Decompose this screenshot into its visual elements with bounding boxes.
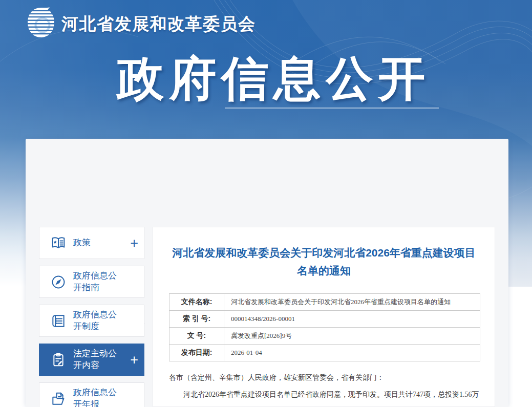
expand-plus-icon: +	[130, 235, 138, 251]
paragraph: 各市（含定州、辛集市）人民政府，雄安新区管委会，省有关部门：	[169, 369, 479, 386]
folder-report-icon	[50, 391, 67, 407]
meta-value: 冀发改重点[2026]9号	[224, 327, 480, 344]
meta-label: 发布日期:	[169, 344, 224, 361]
meta-value: 2026-01-04	[224, 344, 480, 361]
sidebar: 政策 + 政府信息公开指南	[39, 227, 144, 407]
table-row: 文件名称: 河北省发展和改革委员会关于印发河北省2026年省重点建设项目名单的通…	[169, 293, 480, 310]
document-meta-table: 文件名称: 河北省发展和改革委员会关于印发河北省2026年省重点建设项目名单的通…	[169, 293, 480, 361]
sidebar-item-annual-report[interactable]: 政府信息公开年报	[39, 382, 144, 407]
clipboard-pen-icon	[50, 352, 67, 368]
sidebar-item-policy[interactable]: 政策 +	[39, 227, 144, 259]
article-body: 各市（含定州、辛集市）人民政府，雄安新区管委会，省有关部门： 河北省2026年省…	[169, 369, 479, 407]
sidebar-item-legal-disclosure[interactable]: 法定主动公开内容 +	[39, 344, 144, 376]
sidebar-item-label: 政府信息公开指南	[73, 270, 117, 293]
article-title: 河北省发展和改革委员会关于印发河北省2026年省重点建设项目名单的通知	[167, 244, 480, 280]
globe-logo-icon	[26, 6, 56, 42]
title-underline	[225, 108, 439, 109]
article-card: 河北省发展和改革委员会关于印发河北省2026年省重点建设项目名单的通知 文件名称…	[153, 227, 495, 407]
policy-book-icon	[50, 235, 67, 251]
page-title: 政府信息公开	[0, 47, 532, 111]
table-row: 发布日期: 2026-01-04	[169, 344, 480, 361]
sidebar-item-label: 政府信息公开年报	[73, 387, 117, 407]
sidebar-item-guide[interactable]: 政府信息公开指南	[39, 266, 144, 298]
rulebook-icon	[50, 313, 67, 329]
site-name: 河北省发展和改革委员会	[61, 13, 256, 36]
sidebar-item-label: 政府信息公开制度	[73, 309, 117, 332]
sidebar-item-system[interactable]: 政府信息公开制度	[39, 305, 144, 337]
expand-plus-icon: +	[130, 352, 138, 368]
sidebar-item-label: 法定主动公开内容	[73, 348, 117, 371]
meta-label: 文件名称:	[169, 293, 224, 310]
paragraph: 河北省2026年省重点建设项目名单已经省政府同意，现予印发。项目共计747项，总…	[169, 386, 479, 407]
table-row: 文 号: 冀发改重点[2026]9号	[169, 327, 480, 344]
meta-label: 索 引 号:	[169, 310, 224, 327]
meta-value: 000014348/2026-00001	[224, 310, 480, 327]
sidebar-item-label: 政策	[73, 237, 117, 248]
compass-icon	[50, 274, 67, 290]
content-panel: 政策 + 政府信息公开指南	[26, 139, 508, 407]
table-row: 索 引 号: 000014348/2026-00001	[169, 310, 480, 327]
meta-label: 文 号:	[169, 327, 224, 344]
site-logo[interactable]: 河北省发展和改革委员会	[26, 6, 256, 42]
meta-value: 河北省发展和改革委员会关于印发河北省2026年省重点建设项目名单的通知	[224, 293, 480, 310]
